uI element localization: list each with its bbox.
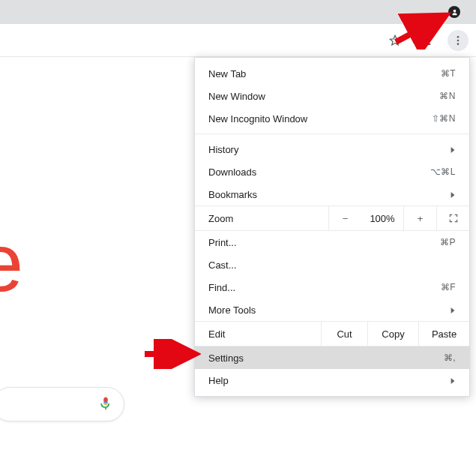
chevron-right-icon bbox=[450, 375, 456, 386]
edit-paste-button[interactable]: Paste bbox=[418, 322, 469, 346]
annotation-arrow-to-more-menu bbox=[392, 12, 452, 50]
menu-label: Cast... bbox=[208, 260, 456, 271]
edit-copy-button[interactable]: Copy bbox=[367, 322, 418, 346]
menu-item-more-tools[interactable]: More Tools bbox=[195, 298, 469, 321]
menu-accelerator: ⌘P bbox=[440, 237, 456, 248]
menu-label: Print... bbox=[208, 237, 440, 248]
menu-label: Help bbox=[208, 375, 444, 386]
svg-point-3 bbox=[457, 43, 460, 45]
menu-accelerator: ⌘F bbox=[441, 282, 456, 292]
menu-item-find[interactable]: Find... ⌘F bbox=[195, 276, 469, 298]
menu-item-help[interactable]: Help bbox=[195, 369, 469, 392]
menu-label: Downloads bbox=[208, 166, 430, 178]
menu-label: Zoom bbox=[195, 213, 328, 224]
menu-label: History bbox=[208, 144, 444, 155]
menu-item-print[interactable]: Print... ⌘P bbox=[195, 231, 469, 254]
menu-accelerator: ⌘N bbox=[439, 91, 456, 101]
search-box[interactable] bbox=[0, 387, 124, 422]
menu-separator bbox=[195, 134, 469, 134]
chevron-right-icon bbox=[450, 144, 456, 155]
microphone-icon[interactable] bbox=[98, 396, 113, 413]
zoom-in-button[interactable]: + bbox=[403, 206, 436, 230]
menu-label: Settings bbox=[208, 352, 444, 364]
menu-item-downloads[interactable]: Downloads ⌥⌘L bbox=[195, 160, 469, 183]
menu-zoom-row: Zoom − 100% + bbox=[195, 206, 469, 231]
chevron-right-icon bbox=[450, 189, 456, 200]
menu-label: Find... bbox=[208, 282, 441, 293]
menu-item-new-incognito[interactable]: New Incognito Window ⇧⌘N bbox=[195, 107, 469, 130]
google-logo-fragment: e bbox=[0, 214, 37, 304]
menu-label: New Tab bbox=[208, 68, 441, 80]
menu-item-history[interactable]: History bbox=[195, 138, 469, 160]
menu-accelerator: ⌘T bbox=[441, 68, 456, 79]
chevron-right-icon bbox=[450, 304, 456, 316]
zoom-value: 100% bbox=[361, 213, 403, 224]
menu-label: Bookmarks bbox=[208, 189, 444, 200]
svg-point-2 bbox=[457, 39, 460, 41]
menu-item-new-window[interactable]: New Window ⌘N bbox=[195, 85, 469, 107]
menu-item-new-tab[interactable]: New Tab ⌘T bbox=[195, 62, 469, 85]
svg-point-1 bbox=[457, 36, 460, 38]
menu-label: More Tools bbox=[208, 304, 444, 316]
annotation-arrow-to-settings bbox=[141, 339, 201, 369]
menu-item-cast[interactable]: Cast... bbox=[195, 254, 469, 276]
menu-item-settings[interactable]: Settings ⌘, bbox=[195, 346, 469, 369]
menu-edit-row: Edit Cut Copy Paste bbox=[195, 321, 469, 346]
edit-cut-button[interactable]: Cut bbox=[321, 322, 367, 346]
menu-label: New Incognito Window bbox=[208, 113, 432, 124]
chrome-main-menu: New Tab ⌘T New Window ⌘N New Incognito W… bbox=[194, 57, 470, 397]
zoom-out-button[interactable]: − bbox=[328, 206, 361, 230]
menu-item-bookmarks[interactable]: Bookmarks bbox=[195, 183, 469, 206]
menu-accelerator: ⌥⌘L bbox=[430, 166, 456, 177]
menu-accelerator: ⌘, bbox=[444, 352, 456, 363]
fullscreen-button[interactable] bbox=[436, 206, 469, 230]
menu-label: Edit bbox=[195, 328, 321, 340]
menu-label: New Window bbox=[208, 91, 439, 102]
menu-accelerator: ⇧⌘N bbox=[432, 113, 456, 124]
